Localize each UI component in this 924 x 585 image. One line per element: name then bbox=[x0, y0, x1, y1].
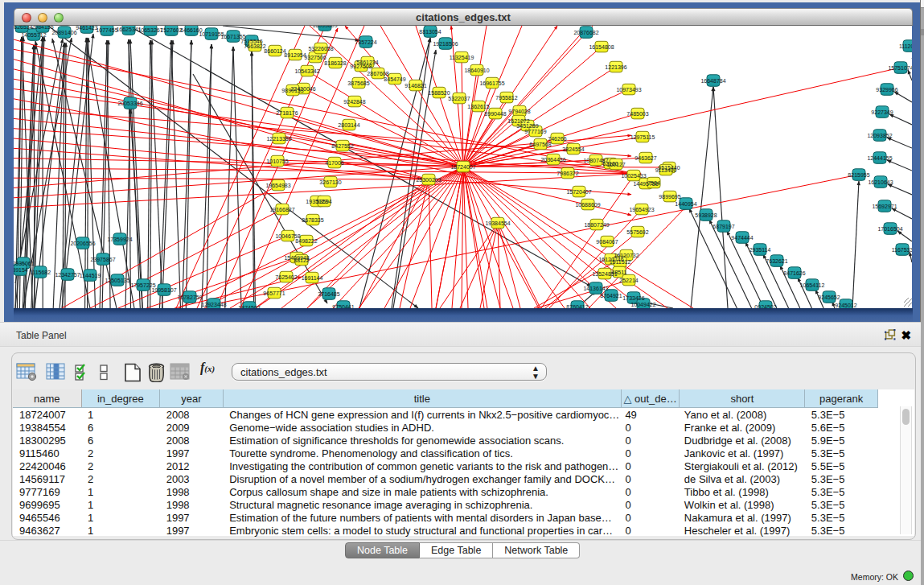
svg-text:12342757: 12342757 bbox=[55, 272, 80, 278]
svg-text:252214: 252214 bbox=[619, 278, 638, 283]
svg-text:0924502: 0924502 bbox=[754, 304, 776, 309]
svg-text:7584: 7584 bbox=[647, 180, 660, 186]
svg-text:1010755: 1010755 bbox=[266, 159, 288, 164]
svg-text:9245012: 9245012 bbox=[835, 303, 856, 308]
svg-text:9463627: 9463627 bbox=[634, 155, 656, 161]
svg-text:6497568: 6497568 bbox=[529, 142, 551, 147]
svg-text:16210643: 16210643 bbox=[868, 179, 893, 185]
svg-text:2803144: 2803144 bbox=[338, 122, 359, 128]
svg-text:9084067: 9084067 bbox=[596, 239, 618, 245]
svg-text:7955812: 7955812 bbox=[495, 95, 517, 101]
svg-text:19958107: 19958107 bbox=[151, 287, 176, 293]
svg-text:7663822: 7663822 bbox=[244, 43, 265, 49]
svg-text:7632621: 7632621 bbox=[766, 258, 787, 264]
svg-text:2084155: 2084155 bbox=[31, 26, 53, 30]
svg-text:1077455: 1077455 bbox=[96, 27, 117, 33]
svg-text:8678335: 8678335 bbox=[302, 217, 323, 223]
svg-text:20206556: 20206556 bbox=[70, 241, 95, 246]
svg-text:160127: 160127 bbox=[606, 162, 625, 167]
svg-text:10049422: 10049422 bbox=[630, 302, 655, 307]
svg-text:11325419: 11325419 bbox=[450, 55, 474, 60]
svg-text:3875685: 3875685 bbox=[347, 80, 369, 86]
svg-text:6879197: 6879197 bbox=[713, 224, 734, 229]
svg-text:16782759: 16782759 bbox=[177, 295, 202, 300]
svg-text:9113400: 9113400 bbox=[655, 167, 677, 173]
svg-text:19218506: 19218506 bbox=[433, 41, 458, 47]
svg-text:23975867: 23975867 bbox=[90, 257, 115, 262]
svg-text:9890133: 9890133 bbox=[281, 88, 303, 93]
svg-text:746266: 746266 bbox=[548, 136, 566, 142]
svg-text:14136141: 14136141 bbox=[583, 286, 608, 291]
svg-text:48511: 48511 bbox=[612, 270, 627, 275]
svg-text:19654923: 19654923 bbox=[629, 207, 654, 212]
svg-text:17359924: 17359924 bbox=[107, 237, 132, 242]
svg-text:16961755: 16961755 bbox=[479, 80, 504, 86]
svg-text:9899695: 9899695 bbox=[659, 194, 680, 200]
svg-text:1362615: 1362615 bbox=[467, 104, 489, 109]
svg-text:12444155: 12444155 bbox=[867, 155, 892, 161]
svg-text:5461234: 5461234 bbox=[356, 60, 378, 65]
svg-text:1626534: 1626534 bbox=[14, 26, 33, 30]
svg-text:9329966: 9329966 bbox=[876, 87, 897, 93]
svg-text:8912954: 8912954 bbox=[284, 52, 306, 58]
svg-text:53226058: 53226058 bbox=[308, 46, 333, 51]
svg-text:5322037: 5322037 bbox=[448, 96, 470, 101]
svg-text:18724007: 18724007 bbox=[450, 164, 475, 170]
svg-text:88122: 88122 bbox=[294, 257, 310, 263]
svg-text:1144519: 1144519 bbox=[80, 273, 101, 278]
svg-text:1221396: 1221396 bbox=[605, 64, 626, 70]
svg-text:12975115: 12975115 bbox=[630, 134, 655, 140]
svg-text:9146821: 9146821 bbox=[405, 83, 426, 89]
svg-text:1874502: 1874502 bbox=[238, 305, 260, 309]
svg-text:10688609: 10688609 bbox=[575, 202, 600, 208]
svg-text:8660124: 8660124 bbox=[264, 48, 285, 54]
svg-text:12093852: 12093852 bbox=[867, 133, 892, 138]
svg-text:12505135: 12505135 bbox=[105, 278, 129, 283]
svg-text:5575692: 5575692 bbox=[626, 229, 648, 235]
svg-text:8760412: 8760412 bbox=[566, 304, 588, 309]
svg-text:18640910: 18640910 bbox=[464, 68, 489, 73]
svg-text:8186328: 8186328 bbox=[324, 60, 346, 66]
svg-text:7625402: 7625402 bbox=[275, 274, 297, 280]
svg-text:7986372: 7986372 bbox=[556, 171, 578, 176]
svg-text:9794028: 9794028 bbox=[508, 109, 530, 114]
svg-text:15692971: 15692971 bbox=[872, 204, 897, 209]
svg-text:9461423: 9461423 bbox=[76, 26, 97, 31]
svg-text:8215955: 8215955 bbox=[848, 172, 869, 178]
svg-text:8990448: 8990448 bbox=[484, 111, 506, 117]
svg-text:2935114: 2935114 bbox=[749, 247, 771, 253]
svg-text:19654983: 19654983 bbox=[265, 183, 290, 188]
svg-text:1115682: 1115682 bbox=[30, 270, 51, 275]
svg-text:3716485: 3716485 bbox=[318, 291, 339, 297]
svg-text:3267130: 3267130 bbox=[319, 179, 341, 185]
svg-text:7485003: 7485003 bbox=[626, 111, 648, 117]
svg-text:19166827: 19166827 bbox=[269, 207, 294, 212]
svg-text:1527602: 1527602 bbox=[160, 27, 182, 33]
svg-text:8813054: 8813054 bbox=[419, 29, 441, 35]
svg-text:10654112: 10654112 bbox=[800, 282, 825, 288]
svg-text:16154808: 16154808 bbox=[589, 44, 614, 50]
svg-text:20053346: 20053346 bbox=[117, 101, 142, 106]
svg-text:3824554: 3824554 bbox=[562, 146, 584, 152]
svg-text:1167533: 1167533 bbox=[892, 247, 912, 253]
svg-text:9242848: 9242848 bbox=[343, 99, 365, 105]
svg-text:7357224: 7357224 bbox=[355, 39, 376, 45]
svg-text:1588520: 1588520 bbox=[428, 90, 450, 96]
svg-text:9245652: 9245652 bbox=[818, 295, 840, 300]
svg-text:20364436: 20364436 bbox=[540, 157, 565, 163]
svg-text:1511512: 1511512 bbox=[610, 259, 631, 265]
svg-text:5938928: 5938928 bbox=[695, 212, 717, 218]
svg-text:9750441: 9750441 bbox=[332, 304, 354, 309]
svg-text:8764921: 8764921 bbox=[600, 293, 622, 299]
svg-text:9777169: 9777169 bbox=[524, 129, 546, 134]
svg-text:20876682: 20876682 bbox=[573, 30, 598, 35]
svg-text:8471626: 8471626 bbox=[783, 270, 805, 276]
svg-text:16033809: 16033809 bbox=[312, 26, 337, 28]
svg-text:8427552: 8427552 bbox=[331, 143, 353, 149]
svg-text:25300203: 25300203 bbox=[416, 177, 441, 183]
svg-text:9474444: 9474444 bbox=[731, 235, 753, 241]
svg-text:39154: 39154 bbox=[14, 267, 28, 273]
svg-text:1733426: 1733426 bbox=[622, 295, 644, 301]
svg-text:9327506: 9327506 bbox=[304, 55, 326, 60]
svg-text:1691144: 1691144 bbox=[302, 275, 323, 281]
